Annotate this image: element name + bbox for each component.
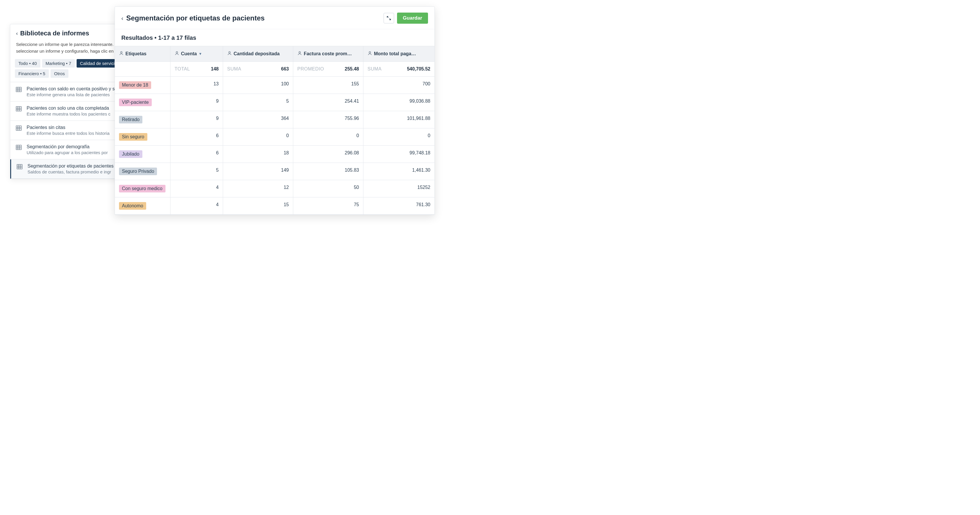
totals-cell: SUMA663	[223, 62, 293, 77]
column-label: Cuenta	[181, 51, 197, 56]
cell-tag: Jubilado	[115, 146, 170, 163]
cell-cuenta: 6	[170, 128, 223, 145]
table-row[interactable]: VIP-paciente95254.4199,036.88	[115, 94, 434, 111]
column-label: Etiquetas	[126, 51, 146, 56]
filter-pill[interactable]: Otros	[51, 69, 68, 78]
back-icon[interactable]: ‹	[121, 15, 123, 22]
cell-tag: Menor de 18	[115, 77, 170, 94]
cell-monto: 99,748.18	[363, 146, 434, 163]
cell-cantidad: 15	[223, 198, 293, 214]
back-icon[interactable]: ‹	[16, 30, 18, 37]
cell-tag: Con seguro medico	[115, 180, 170, 197]
cell-cuenta: 5	[170, 163, 223, 180]
totals-label: TOTAL	[175, 66, 190, 72]
cell-monto: 700	[363, 77, 434, 94]
cell-tag: Retirado	[115, 111, 170, 128]
cell-factura: 75	[293, 198, 363, 214]
svg-rect-0	[16, 87, 21, 91]
table-row[interactable]: Autonomo41575761.30	[115, 198, 434, 215]
filter-pill[interactable]: Calidad de servicio	[76, 59, 121, 67]
report-desc: Este informe busca entre todos los histo…	[27, 131, 109, 136]
totals-value: 663	[281, 66, 289, 72]
table-row[interactable]: Retirado9364755.96101,961.88	[115, 111, 434, 128]
sort-desc-icon: ▼	[199, 52, 202, 56]
table-icon	[16, 163, 23, 171]
column-header[interactable]: Cantidad depositada	[223, 46, 293, 61]
cell-cantidad: 100	[223, 77, 293, 94]
totals-cell: SUMA540,705.52	[363, 62, 434, 77]
svg-rect-5	[16, 107, 21, 111]
report-title: Segmentación por demografía	[27, 144, 108, 150]
cell-cuenta: 4	[170, 180, 223, 197]
svg-point-27	[229, 51, 231, 53]
table-row[interactable]: Sin seguro6000	[115, 128, 434, 146]
cell-monto: 101,961.88	[363, 111, 434, 128]
cell-cantidad: 364	[223, 111, 293, 128]
cell-monto: 99,036.88	[363, 94, 434, 111]
patient-tag: Jubilado	[119, 150, 142, 158]
detail-title: Segmentación por etiquetas de pacientes	[126, 14, 264, 22]
cell-cuenta: 9	[170, 111, 223, 128]
cell-monto: 0	[363, 128, 434, 145]
svg-point-25	[121, 51, 122, 53]
svg-rect-15	[16, 145, 21, 150]
table-row[interactable]: Jubilado618296.0899,748.18	[115, 146, 434, 163]
table-row[interactable]: Seguro Privado5149105.831,461.30	[115, 163, 434, 180]
column-header[interactable]: Etiquetas	[115, 46, 170, 61]
column-header[interactable]: Cuenta▼	[170, 46, 223, 61]
report-title: Segmentación por etiquetas de pacientes	[27, 163, 113, 169]
cell-cantidad: 12	[223, 180, 293, 197]
totals-value: 540,705.52	[407, 66, 430, 72]
column-header[interactable]: Monto total paga…	[363, 46, 434, 61]
patient-tag: Sin seguro	[119, 133, 147, 141]
patient-tag: Menor de 18	[119, 81, 151, 89]
cell-cantidad: 5	[223, 94, 293, 111]
table-row[interactable]: Con seguro medico4125015252	[115, 180, 434, 198]
svg-point-28	[299, 51, 301, 53]
svg-rect-20	[17, 164, 22, 169]
cell-factura: 50	[293, 180, 363, 197]
totals-label: PROMEDIO	[298, 66, 324, 72]
svg-point-26	[176, 51, 178, 53]
filter-pill[interactable]: Financiero • 5	[15, 69, 49, 78]
person-icon	[119, 51, 124, 57]
detail-panel: ‹ Segmentación por etiquetas de paciente…	[115, 6, 435, 215]
filter-pill[interactable]: Todo • 40	[15, 59, 40, 67]
results-title: Resultados • 1-17 a 17 filas	[115, 29, 434, 46]
cell-monto: 15252	[363, 180, 434, 197]
table-icon	[16, 86, 22, 93]
table-body: Menor de 1813100155700VIP-paciente95254.…	[115, 77, 434, 215]
expand-icon	[387, 16, 391, 21]
detail-header: ‹ Segmentación por etiquetas de paciente…	[115, 7, 434, 29]
results-table: EtiquetasCuenta▼Cantidad depositadaFactu…	[115, 46, 434, 215]
totals-value: 148	[211, 66, 219, 72]
column-header[interactable]: Factura coste prom…	[293, 46, 363, 61]
table-icon	[16, 144, 22, 151]
cell-cantidad: 0	[223, 128, 293, 145]
totals-label: SUMA	[227, 66, 241, 72]
save-button[interactable]: Guardar	[397, 13, 428, 24]
totals-cell: TOTAL148	[170, 62, 223, 77]
table-icon	[16, 105, 22, 113]
cell-factura: 105.83	[293, 163, 363, 180]
report-desc: Utilizado para agrupar a los pacientes p…	[27, 150, 108, 155]
totals-label: SUMA	[368, 66, 382, 72]
person-icon	[298, 51, 302, 57]
cell-tag: VIP-paciente	[115, 94, 170, 111]
cell-cuenta: 13	[170, 77, 223, 94]
report-title: Pacientes sin citas	[27, 125, 109, 130]
report-title: Pacientes con solo una cita completada	[27, 105, 110, 111]
svg-rect-10	[16, 126, 21, 130]
expand-button[interactable]	[383, 13, 394, 23]
patient-tag: Con seguro medico	[119, 185, 165, 193]
table-icon	[16, 125, 22, 132]
filter-pill[interactable]: Marketing • 7	[42, 59, 75, 67]
column-label: Monto total paga…	[374, 51, 416, 56]
cell-factura: 755.96	[293, 111, 363, 128]
cell-monto: 761.30	[363, 198, 434, 214]
cell-factura: 155	[293, 77, 363, 94]
table-header: EtiquetasCuenta▼Cantidad depositadaFactu…	[115, 46, 434, 62]
table-row[interactable]: Menor de 1813100155700	[115, 77, 434, 94]
patient-tag: Autonomo	[119, 202, 146, 210]
totals-cell: PROMEDIO255.48	[293, 62, 363, 77]
